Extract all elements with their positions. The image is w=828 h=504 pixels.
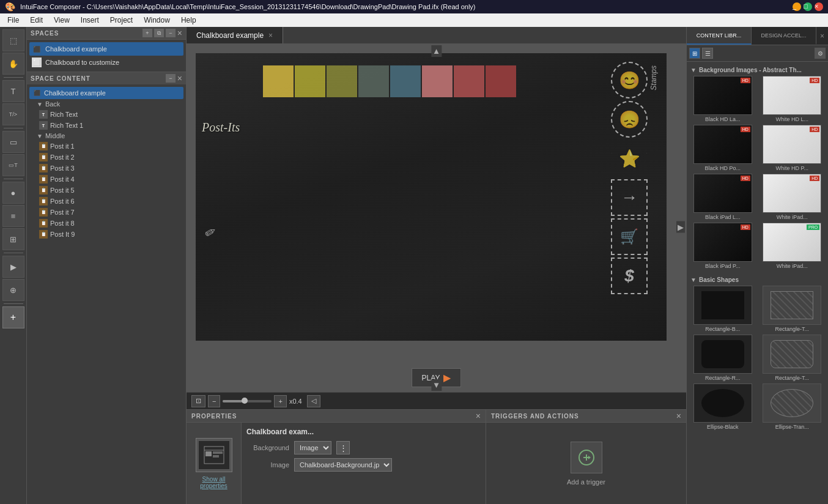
add-trigger-label[interactable]: Add a trigger bbox=[567, 478, 605, 486]
lib-black-ipad-portrait[interactable]: HD Black iPad P... bbox=[689, 223, 756, 269]
lib-rect-rounded-trans[interactable]: Rectangle-T... bbox=[759, 335, 826, 381]
lib-ellipse-trans[interactable]: Ellipse-Tran... bbox=[759, 384, 826, 430]
tool-grid[interactable]: ⊞ bbox=[2, 228, 24, 250]
svg-rect-2 bbox=[205, 451, 212, 456]
lib-thumb-black-ipad-p: HD bbox=[693, 223, 752, 262]
menu-file[interactable]: File bbox=[2, 15, 24, 26]
space-item-chalkboard-customize[interactable]: ⬜ Chalkboard to customize bbox=[29, 56, 183, 69]
tool-media[interactable]: ▶ bbox=[2, 256, 24, 278]
tree-postit-9[interactable]: 📋 Post It 9 bbox=[29, 229, 183, 240]
content-tree: ⬛ Chalkboard example ▼ Back T Rich Text … bbox=[27, 84, 186, 504]
tree-postit-2[interactable]: 📋 Post it 2 bbox=[29, 152, 183, 163]
tool-hand[interactable]: ✋ bbox=[2, 53, 24, 75]
content-close-button[interactable]: × bbox=[177, 74, 182, 83]
menu-window[interactable]: Window bbox=[139, 15, 175, 26]
tree-postit-3[interactable]: 📋 Post it 3 bbox=[29, 163, 183, 174]
space-item-chalkboard-example[interactable]: ⬛ Chalkboard example bbox=[29, 42, 183, 56]
zoom-handle[interactable] bbox=[242, 398, 248, 404]
list-view-button[interactable]: ☰ bbox=[702, 48, 713, 59]
maximize-button[interactable]: □ bbox=[804, 2, 812, 11]
zoom-slider[interactable] bbox=[223, 400, 272, 402]
spaces-remove-button[interactable]: − bbox=[166, 29, 176, 37]
tab-design-accelerators[interactable]: DESIGN ACCEL... bbox=[752, 27, 816, 45]
background-extra-button[interactable]: ⋮ bbox=[336, 441, 350, 454]
menu-edit[interactable]: Edit bbox=[25, 15, 48, 26]
tree-group-back[interactable]: ▼ Back bbox=[29, 99, 183, 109]
spaces-add-button[interactable]: + bbox=[142, 29, 152, 37]
stamps-label: Stamps bbox=[649, 65, 658, 91]
tree-postit-4[interactable]: 📋 Post it 4 bbox=[29, 174, 183, 185]
menu-insert[interactable]: Insert bbox=[76, 15, 104, 26]
triggers-body: Add a trigger bbox=[486, 423, 686, 504]
lib-rect-rounded-black[interactable]: Rectangle-R... bbox=[689, 335, 756, 381]
tab-close-icon[interactable]: × bbox=[268, 31, 273, 40]
properties-close-button[interactable]: × bbox=[476, 412, 481, 420]
canvas-tab[interactable]: Chalkboard example × bbox=[187, 27, 283, 43]
tree-postit-1[interactable]: 📋 Post it 1 bbox=[29, 141, 183, 152]
add-connection-button[interactable]: + bbox=[2, 306, 24, 328]
right-panel-close-button[interactable]: × bbox=[816, 27, 828, 45]
lib-white-hd-portrait[interactable]: HD White HD P... bbox=[759, 125, 826, 171]
zoom-reset-button[interactable]: ◁ bbox=[307, 395, 320, 407]
content-collapse-button[interactable]: − bbox=[166, 74, 176, 83]
postit-3-label: Post it 3 bbox=[50, 165, 75, 172]
tool-shape[interactable]: ● bbox=[2, 182, 24, 204]
tool-rect[interactable]: ▭ bbox=[2, 131, 24, 153]
menu-help[interactable]: Help bbox=[176, 15, 201, 26]
grid-view-button[interactable]: ⊞ bbox=[689, 48, 700, 59]
tree-postit-7[interactable]: 📋 Post it 7 bbox=[29, 207, 183, 218]
properties-icon-area: Show all properties bbox=[187, 423, 242, 504]
bg-section-title: Background Images - Abstract Th... bbox=[699, 67, 802, 73]
spaces-duplicate-button[interactable]: ⧉ bbox=[154, 29, 164, 37]
zoom-in-button[interactable]: + bbox=[274, 395, 286, 407]
tool-list[interactable]: ≡ bbox=[2, 205, 24, 227]
lib-thumb-black-hd-p: HD bbox=[693, 125, 752, 164]
lib-white-ipad-portrait[interactable]: PRO White iPad... bbox=[759, 223, 826, 269]
tool-label[interactable]: ▭T bbox=[2, 154, 24, 176]
tree-rich-text-1[interactable]: T Rich Text 1 bbox=[29, 120, 183, 131]
menu-project[interactable]: Project bbox=[105, 15, 138, 26]
lib-thumb-rect-trans bbox=[763, 286, 821, 325]
lib-black-hd-landscape[interactable]: HD Black HD La... bbox=[689, 76, 756, 122]
lib-rect-transparent[interactable]: Rectangle-T... bbox=[759, 286, 826, 332]
tree-root-item[interactable]: ⬛ Chalkboard example bbox=[29, 87, 183, 99]
tool-text[interactable]: T bbox=[2, 80, 24, 102]
space-label-customize: Chalkboard to customize bbox=[45, 59, 119, 66]
tree-rich-text[interactable]: T Rich Text bbox=[29, 109, 183, 120]
triggers-close-button[interactable]: × bbox=[676, 412, 681, 420]
scroll-right-button[interactable]: ▶ bbox=[676, 221, 685, 232]
tool-unknown[interactable]: ⊕ bbox=[2, 279, 24, 301]
bg-items-grid: HD Black HD La... HD White HD L... bbox=[689, 76, 826, 269]
canvas: Post-Its Stamps bbox=[196, 53, 667, 341]
lib-white-ipad-landscape[interactable]: HD White iPad... bbox=[759, 174, 826, 220]
scroll-up-button[interactable]: ▲ bbox=[431, 45, 442, 57]
zoom-fit-button[interactable]: ⊡ bbox=[191, 395, 205, 407]
lib-black-ipad-landscape[interactable]: HD Black iPad L... bbox=[689, 174, 756, 220]
scroll-down-button[interactable]: ▼ bbox=[431, 379, 442, 391]
tab-content-library[interactable]: CONTENT LIBR... bbox=[687, 27, 752, 45]
menu-view[interactable]: View bbox=[49, 15, 75, 26]
zoom-out-button[interactable]: − bbox=[208, 395, 220, 407]
add-trigger-icon[interactable] bbox=[571, 442, 602, 473]
minimize-button[interactable]: _ bbox=[793, 2, 801, 11]
tree-group-middle[interactable]: ▼ Middle bbox=[29, 131, 183, 141]
tree-postit-6[interactable]: 📋 Post it 6 bbox=[29, 196, 183, 207]
lib-black-hd-portrait[interactable]: HD Black HD Po... bbox=[689, 125, 756, 171]
tool-richtext[interactable]: T/> bbox=[2, 103, 24, 125]
postit-colors-row bbox=[263, 65, 516, 97]
play-icon: ▶ bbox=[443, 372, 451, 384]
lib-section-shapes[interactable]: ▼ Basic Shapes bbox=[689, 274, 826, 286]
lib-rect-black[interactable]: Rectangle-B... bbox=[689, 286, 756, 332]
close-button[interactable]: × bbox=[815, 2, 823, 11]
image-select[interactable]: Chalkboard-Background.jpg bbox=[294, 458, 392, 472]
spaces-close-button[interactable]: × bbox=[177, 29, 182, 37]
background-select[interactable]: Image bbox=[294, 441, 331, 454]
lib-section-backgrounds[interactable]: ▼ Background Images - Abstract Th... bbox=[689, 64, 826, 76]
show-all-properties-button[interactable]: Show all properties bbox=[191, 476, 236, 489]
tree-postit-5[interactable]: 📋 Post it 5 bbox=[29, 185, 183, 196]
right-toolbar-settings[interactable]: ⚙ bbox=[815, 48, 826, 59]
lib-white-hd-landscape[interactable]: HD White HD L... bbox=[759, 76, 826, 122]
tree-postit-8[interactable]: 📋 Post it 8 bbox=[29, 218, 183, 229]
tool-select[interactable]: ⬚ bbox=[2, 29, 24, 51]
lib-ellipse-black[interactable]: Ellipse-Black bbox=[689, 384, 756, 430]
